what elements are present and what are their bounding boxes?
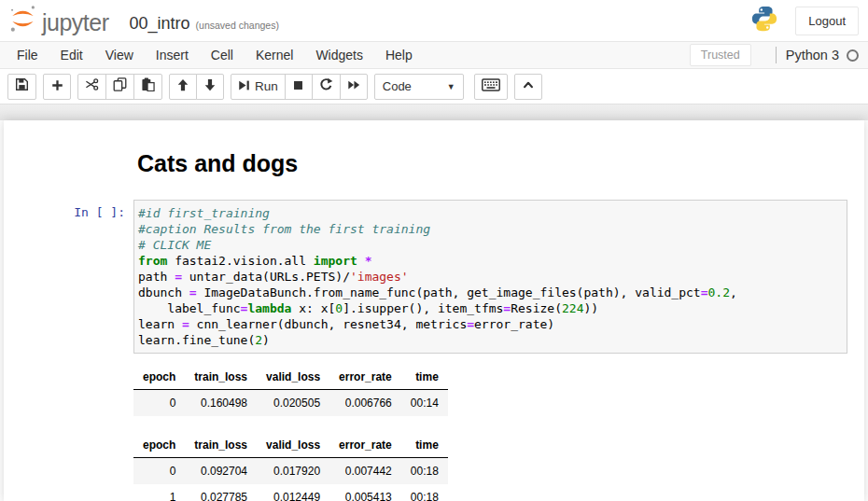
chevron-down-icon: ▼ <box>447 82 455 91</box>
table-cell: 00:18 <box>401 458 448 485</box>
scroll-to-top-button[interactable] <box>514 74 542 100</box>
chevron-up-icon <box>522 78 535 95</box>
table-header-cell: epoch <box>133 434 185 458</box>
markdown-cell-prompt <box>4 143 133 200</box>
copy-icon <box>113 77 127 95</box>
toolbar: Run Code ▼ <box>0 69 868 104</box>
add-cell-icon <box>51 78 63 95</box>
paste-icon <box>141 77 155 95</box>
table-cell: 0.006766 <box>329 390 401 417</box>
notebook-title[interactable]: 00_intro <box>130 14 190 34</box>
code-line: # CLICK ME <box>138 237 843 253</box>
table-cell: 0.005413 <box>329 484 401 501</box>
save-icon <box>15 77 29 95</box>
input-prompt: In [ ]: <box>4 200 133 354</box>
table-header-cell: train_loss <box>185 366 257 390</box>
move-down-icon <box>203 78 217 95</box>
table-cell: 0.160498 <box>185 390 257 417</box>
code-editor[interactable]: #id first_training#caption Results from … <box>133 200 847 354</box>
kernel-idle-indicator-icon <box>847 49 859 62</box>
code-line: #id first_training <box>138 205 843 221</box>
table-header-cell: time <box>401 434 448 458</box>
table-cell: 00:18 <box>401 484 448 501</box>
autosave-status: (unsaved changes) <box>196 20 279 31</box>
menubar: File Edit View Insert Cell Kernel Widget… <box>0 41 868 69</box>
table-header-cell: valid_loss <box>257 366 329 390</box>
code-line: learn.fine_tune(2) <box>138 332 843 348</box>
table-cell: 0.092704 <box>185 458 257 485</box>
restart-kernel-button[interactable] <box>312 74 341 100</box>
move-cell-up-button[interactable] <box>169 74 197 100</box>
jupyter-logo-icon <box>7 4 38 38</box>
run-button-label: Run <box>255 79 278 93</box>
cut-cell-button[interactable] <box>77 74 106 100</box>
code-line: learn = cnn_learner(dbunch, resnet34, me… <box>138 316 843 332</box>
code-line: path = untar_data(URLs.PETS)/'images' <box>138 269 843 285</box>
output-dataframe: epochtrain_lossvalid_losserror_ratetime0… <box>133 434 448 501</box>
cell-type-dropdown[interactable]: Code ▼ <box>374 74 464 100</box>
table-cell: 00:14 <box>401 390 448 417</box>
menu-insert[interactable]: Insert <box>145 43 200 67</box>
table-row: 00.0927040.0179200.00744200:18 <box>133 458 448 485</box>
copy-cell-button[interactable] <box>105 74 134 100</box>
stop-icon <box>292 78 304 95</box>
cell-type-value: Code <box>383 79 412 93</box>
jupyter-wordmark: jupyter <box>42 9 109 36</box>
interrupt-kernel-button[interactable] <box>285 74 313 100</box>
table-header-cell: epoch <box>133 366 185 390</box>
run-icon <box>238 78 250 95</box>
table-cell: 0.027785 <box>185 484 257 501</box>
menu-widgets[interactable]: Widgets <box>304 43 374 67</box>
code-line: #caption Results from the first training <box>138 221 843 237</box>
keyboard-icon <box>482 78 500 95</box>
menu-kernel[interactable]: Kernel <box>245 43 304 67</box>
code-line: from fastai2.vision.all import * <box>138 253 843 269</box>
menu-file[interactable]: File <box>6 43 49 67</box>
jupyter-logo[interactable]: jupyter <box>7 4 109 38</box>
table-cell: 0.017920 <box>257 458 329 485</box>
save-button[interactable] <box>7 74 36 100</box>
page-title: Cats and dogs <box>137 150 847 177</box>
run-cell-button[interactable]: Run <box>231 74 286 100</box>
logout-button[interactable]: Logout <box>795 7 859 35</box>
move-cell-down-button[interactable] <box>196 74 224 100</box>
output-dataframe: epochtrain_lossvalid_losserror_ratetime0… <box>133 366 448 416</box>
restart-icon <box>319 77 333 95</box>
notebook-container: Cats and dogs In [ ]: #id first_training… <box>4 120 864 501</box>
table-header-cell: error_rate <box>329 366 401 390</box>
move-up-icon <box>176 78 189 95</box>
menu-cell[interactable]: Cell <box>200 43 245 67</box>
code-cell: In [ ]: #id first_training#caption Resul… <box>4 200 864 354</box>
menu-view[interactable]: View <box>94 43 145 67</box>
table-header-cell: time <box>401 366 448 390</box>
restart-run-all-icon <box>347 78 360 95</box>
markdown-cell[interactable]: Cats and dogs <box>4 143 864 200</box>
notebook-header: jupyter 00_intro (unsaved changes) Logou… <box>0 0 868 41</box>
table-cell: 0.012449 <box>257 484 329 501</box>
code-line: label_func=lambda x: x[0].isupper(), ite… <box>138 300 843 316</box>
code-line: dbunch = ImageDataBunch.from_name_func(p… <box>138 285 843 300</box>
paste-cell-button[interactable] <box>133 74 162 100</box>
cut-icon <box>85 77 99 95</box>
table-header-cell: train_loss <box>185 434 257 458</box>
training-results-table-2: epochtrain_lossvalid_losserror_ratetime0… <box>133 434 864 501</box>
menu-edit[interactable]: Edit <box>49 43 94 67</box>
table-cell: 0.020505 <box>257 390 329 417</box>
restart-run-all-button[interactable] <box>340 74 368 100</box>
notebook-background-band <box>0 104 868 120</box>
training-results-table-1: epochtrain_lossvalid_losserror_ratetime0… <box>133 366 864 416</box>
table-row: 00.1604980.0205050.00676600:14 <box>133 390 448 417</box>
output-area: epochtrain_lossvalid_losserror_ratetime0… <box>133 366 864 501</box>
python-logo-icon <box>750 5 778 36</box>
table-cell: 1 <box>133 484 185 501</box>
table-cell: 0.007442 <box>329 458 401 485</box>
trusted-badge[interactable]: Trusted <box>690 44 751 66</box>
table-cell: 0 <box>133 390 185 417</box>
table-header-cell: error_rate <box>329 434 401 458</box>
command-palette-button[interactable] <box>474 74 508 100</box>
table-cell: 0 <box>133 458 185 485</box>
insert-cell-below-button[interactable] <box>43 74 71 100</box>
kernel-divider <box>776 47 777 63</box>
kernel-name: Python 3 <box>786 48 839 63</box>
menu-help[interactable]: Help <box>374 43 424 67</box>
